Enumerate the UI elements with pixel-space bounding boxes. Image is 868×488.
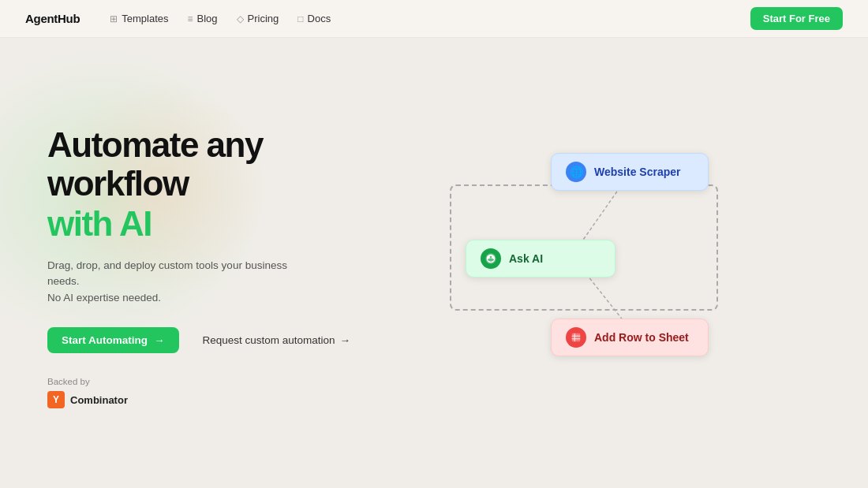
docs-icon: □ bbox=[297, 13, 303, 24]
request-automation-label: Request custom automation bbox=[203, 334, 335, 346]
yc-logo: Y bbox=[47, 391, 65, 408]
card-add-row-to-sheet: Add Row to Sheet bbox=[551, 319, 709, 356]
ask-ai-label: Ask AI bbox=[509, 252, 543, 265]
arrow-icon: → bbox=[154, 334, 165, 346]
nav-link-blog[interactable]: ≡ Blog bbox=[180, 9, 226, 28]
hero-subtitle-line2: No AI expertise needed. bbox=[47, 292, 161, 304]
start-automating-button[interactable]: Start Automating → bbox=[47, 327, 179, 353]
nav-link-pricing-label: Pricing bbox=[248, 13, 279, 24]
hero-actions: Start Automating → Request custom automa… bbox=[47, 327, 395, 353]
svg-rect-3 bbox=[572, 333, 581, 341]
navbar: AgentHub ⊞ Templates ≡ Blog ◇ Pricing □ … bbox=[0, 0, 868, 38]
start-automating-label: Start Automating bbox=[62, 334, 148, 346]
sheet-icon bbox=[566, 327, 586, 348]
yc-badge: Y Combinator bbox=[47, 391, 395, 408]
nav-link-docs-label: Docs bbox=[308, 13, 331, 24]
nav-link-blog-label: Blog bbox=[197, 13, 218, 24]
hero-subtitle-line1: Drag, drop, and deploy custom tools your… bbox=[47, 259, 287, 288]
website-scraper-label: Website Scraper bbox=[594, 166, 680, 178]
globe-icon: 🌐 bbox=[566, 162, 586, 182]
templates-icon: ⊞ bbox=[110, 13, 118, 24]
nav-links: ⊞ Templates ≡ Blog ◇ Pricing □ Docs bbox=[102, 9, 339, 28]
hero-title-line2: workflow bbox=[47, 164, 189, 203]
add-row-label: Add Row to Sheet bbox=[594, 331, 689, 344]
start-for-free-button[interactable]: Start For Free bbox=[750, 7, 843, 30]
nav-link-templates[interactable]: ⊞ Templates bbox=[102, 9, 176, 28]
nav-link-docs[interactable]: □ Docs bbox=[290, 9, 339, 28]
hero-title-ai: with AI bbox=[47, 205, 395, 243]
hero-right: 🌐 Website Scraper Ask AI bbox=[395, 38, 821, 488]
nav-link-templates-label: Templates bbox=[122, 13, 168, 24]
main-content: Automate any workflow with AI Drag, drop… bbox=[0, 38, 868, 488]
ai-icon bbox=[481, 248, 501, 269]
request-automation-button[interactable]: Request custom automation → bbox=[192, 327, 362, 353]
hero-title: Automate any workflow bbox=[47, 125, 395, 203]
nav-logo: AgentHub bbox=[25, 12, 80, 25]
card-ask-ai: Ask AI bbox=[466, 240, 615, 278]
diagram-container: 🌐 Website Scraper Ask AI bbox=[418, 137, 797, 389]
card-website-scraper: 🌐 Website Scraper bbox=[551, 153, 709, 191]
backed-by-section: Backed by Y Combinator bbox=[47, 377, 395, 408]
request-arrow-icon: → bbox=[340, 334, 351, 346]
blog-icon: ≡ bbox=[188, 13, 193, 24]
hero-title-line1: Automate any bbox=[47, 125, 263, 164]
yc-name: Combinator bbox=[70, 394, 128, 406]
hero-left: Automate any workflow with AI Drag, drop… bbox=[47, 117, 395, 409]
nav-link-pricing[interactable]: ◇ Pricing bbox=[229, 9, 287, 28]
hero-subtitle: Drag, drop, and deploy custom tools your… bbox=[47, 258, 316, 307]
pricing-icon: ◇ bbox=[237, 13, 244, 24]
nav-left: AgentHub ⊞ Templates ≡ Blog ◇ Pricing □ … bbox=[25, 9, 339, 28]
backed-label: Backed by bbox=[47, 377, 395, 386]
